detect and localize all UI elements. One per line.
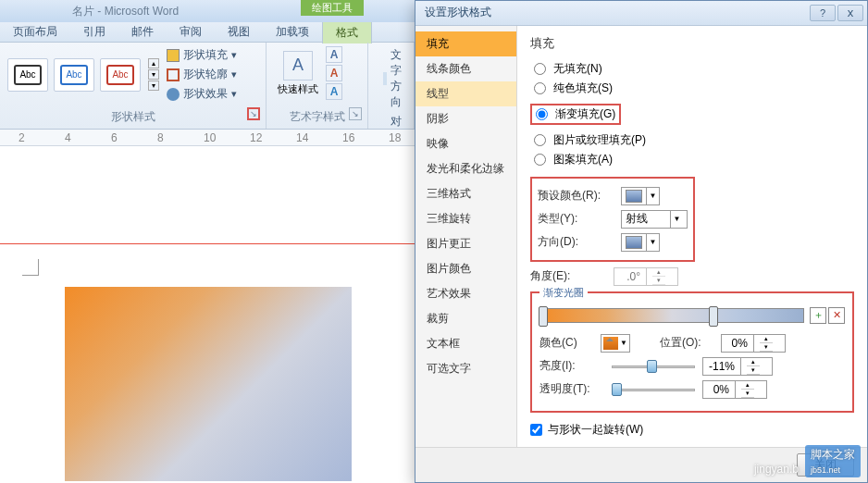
label-preset-colors: 预设颜色(R): [538,188,614,204]
tab-references[interactable]: 引用 [70,21,118,43]
spin-up-icon[interactable]: ▴ [747,358,760,366]
label-position: 位置(O): [660,335,713,351]
chevron-down-icon: ▼ [670,211,683,228]
tab-view[interactable]: 视图 [215,21,263,43]
quick-styles-button[interactable]: A 快速样式 [274,47,322,100]
sidebar-item-glow[interactable]: 发光和柔化边缘 [415,156,516,181]
wordart-mini-buttons: A A A [326,46,342,100]
dialog-titlebar[interactable]: 设置形状格式 ? x [415,1,867,26]
gradient-type-dropdown[interactable]: 射线▼ [621,210,688,229]
text-direction-icon [383,72,387,85]
sidebar-item-picture-color[interactable]: 图片颜色 [415,256,516,281]
page-corner-mark [22,259,39,276]
watermark: jingyan.b 脚本之家jb51.net [754,445,861,477]
paint-bucket-icon [603,337,618,350]
sidebar-item-line-style[interactable]: 线型 [415,81,516,106]
label-angle: 角度(E): [530,268,606,284]
shape-fill-button[interactable]: 形状填充 ▾ [163,46,241,64]
gradient-stop-2[interactable] [709,306,718,327]
radio-no-fill[interactable]: 无填充(N) [530,61,854,77]
text-effects-icon[interactable]: A [326,83,342,100]
brightness-slider[interactable] [612,358,695,375]
sidebar-item-reflection[interactable]: 映像 [415,131,516,156]
angle-spinner[interactable]: .0°▴▾ [614,267,678,286]
chevron-down-icon: ▼ [646,188,659,204]
sidebar-item-artistic-effects[interactable]: 艺术效果 [415,281,516,306]
group-text: 文字方向 对齐文本 创建链接 文本 [368,43,415,129]
preset-colors-dropdown[interactable]: ▼ [621,187,660,205]
sidebar-item-3d-rotation[interactable]: 三维旋转 [415,206,516,231]
letter-a-icon: A [283,51,313,80]
tab-format[interactable]: 格式 [322,21,372,43]
text-direction-button[interactable]: 文字方向 [379,46,406,111]
shape-style-3[interactable]: Abc [100,58,141,92]
direction-dropdown[interactable]: ▼ [621,233,660,252]
bucket-icon [167,49,180,62]
sidebar-item-fill[interactable]: 填充 [415,31,516,56]
group-shape-styles: Abc Abc Abc ▴ ▾ ▾ 形状填充 ▾ 形状轮廓 ▾ 形状效果 ▾ 形… [0,43,267,129]
format-shape-dialog: 设置形状格式 ? x 填充 线条颜色 线型 阴影 映像 发光和柔化边缘 三维格式… [415,0,868,483]
gradient-rectangle-shape[interactable] [65,287,352,481]
label-brightness: 亮度(I): [539,358,604,374]
brightness-spinner[interactable]: -11%▴▾ [702,357,773,376]
label-direction: 方向(D): [538,234,614,250]
spin-down-icon[interactable]: ▾ [741,390,754,398]
shape-style-2[interactable]: Abc [54,58,94,92]
contextual-tab-label: 绘图工具 [301,0,364,16]
sidebar-item-line-color[interactable]: 线条颜色 [415,56,516,81]
position-spinner[interactable]: 0%▴▾ [721,334,786,353]
dialog-help-button[interactable]: ? [810,5,836,21]
tab-review[interactable]: 审阅 [167,21,215,43]
dialog-main-panel: 填充 无填充(N) 纯色填充(S) 渐变填充(G) 图片或纹理填充(P) 图案填… [517,26,867,447]
gallery-down-icon[interactable]: ▾ [148,69,159,80]
label-color: 颜色(C) [539,335,593,351]
direction-swatch-icon [626,236,642,249]
sidebar-item-crop[interactable]: 裁剪 [415,306,516,331]
spin-up-icon[interactable]: ▴ [760,335,773,343]
spin-down-icon[interactable]: ▾ [747,366,760,375]
shape-outline-button[interactable]: 形状轮廓 ▾ [163,66,241,83]
spin-down-icon[interactable]: ▾ [760,343,773,352]
transparency-slider[interactable] [612,381,695,398]
text-fill-icon[interactable]: A [326,46,342,63]
text-outline-icon[interactable]: A [326,65,342,81]
remove-stop-button[interactable]: ✕ [828,307,845,324]
dialog-title: 设置形状格式 [425,5,491,20]
spin-up-icon[interactable]: ▴ [652,268,665,277]
sidebar-item-shadow[interactable]: 阴影 [415,106,516,131]
gradient-stop-1[interactable] [539,306,548,327]
spin-up-icon[interactable]: ▴ [741,381,754,390]
radio-picture-fill[interactable]: 图片或纹理填充(P) [530,132,854,148]
gallery-more-icon[interactable]: ▾ [148,80,159,91]
tab-mailings[interactable]: 邮件 [118,21,167,43]
sidebar-item-3d-format[interactable]: 三维格式 [415,181,516,206]
radio-solid-fill[interactable]: 纯色填充(S) [530,80,854,96]
dialog-category-list: 填充 线条颜色 线型 阴影 映像 发光和柔化边缘 三维格式 三维旋转 图片更正 … [415,26,517,447]
add-stop-button[interactable]: ＋ [810,307,826,324]
gradient-stops-group: 渐变光圈 ＋ ✕ 颜色(C) ▼ 位置(O): 0%▴ [530,291,854,413]
tab-page-layout[interactable]: 页面布局 [0,21,70,43]
shape-effects-button[interactable]: 形状效果 ▾ [163,85,241,103]
transparency-spinner[interactable]: 0%▴▾ [702,380,767,399]
stop-color-dropdown[interactable]: ▼ [601,334,630,353]
chevron-down-icon: ▼ [646,234,659,251]
align-text-button[interactable]: 对齐文本 [379,113,406,129]
sidebar-item-textbox[interactable]: 文本框 [415,331,516,356]
wordart-dialog-launcher[interactable]: ↘ [349,107,362,120]
rotate-with-shape-checkbox[interactable]: 与形状一起旋转(W) [530,422,854,438]
shape-style-1[interactable]: Abc [7,58,48,92]
sidebar-item-picture-corrections[interactable]: 图片更正 [415,231,516,256]
gradient-stop-slider[interactable]: ＋ ✕ [539,306,845,325]
chevron-down-icon: ▼ [620,339,627,347]
radio-gradient-fill[interactable]: 渐变填充(G) [530,104,621,125]
shape-styles-dialog-launcher[interactable]: ↘ [247,107,260,120]
spin-down-icon[interactable]: ▾ [652,277,665,285]
dialog-close-x[interactable]: x [837,5,863,21]
pen-icon [167,68,180,81]
radio-pattern-fill[interactable]: 图案填充(A) [530,152,854,167]
tab-addons[interactable]: 加载项 [263,21,322,43]
group-wordart-styles: A 快速样式 A A A 艺术字样式 ↘ [267,43,368,129]
sidebar-item-alt-text[interactable]: 可选文字 [415,356,516,381]
gallery-up-icon[interactable]: ▴ [148,58,159,68]
shape-style-gallery[interactable]: Abc Abc Abc ▴ ▾ ▾ [7,58,159,92]
